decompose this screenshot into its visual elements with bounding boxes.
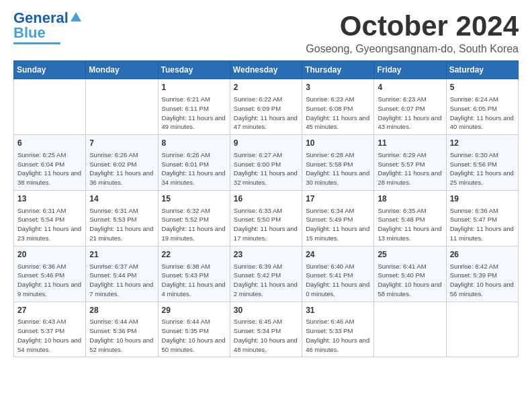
day-number: 19	[450, 193, 515, 205]
calendar-week-4: 20Sunrise: 6:36 AM Sunset: 5:46 PM Dayli…	[14, 246, 519, 302]
day-content: Sunrise: 6:38 AM Sunset: 5:43 PM Dayligh…	[162, 262, 226, 299]
day-number: 15	[162, 193, 226, 205]
day-number: 27	[17, 305, 82, 316]
calendar-cell: 3Sunrise: 6:23 AM Sunset: 6:08 PM Daylig…	[302, 79, 374, 135]
calendar-cell: 21Sunrise: 6:37 AM Sunset: 5:44 PM Dayli…	[86, 246, 158, 302]
day-content: Sunrise: 6:24 AM Sunset: 6:05 PM Dayligh…	[450, 95, 515, 132]
day-number: 24	[306, 249, 370, 261]
day-content: Sunrise: 6:35 AM Sunset: 5:48 PM Dayligh…	[378, 206, 442, 243]
calendar-week-3: 13Sunrise: 6:31 AM Sunset: 5:54 PM Dayli…	[14, 190, 519, 246]
calendar-cell: 5Sunrise: 6:24 AM Sunset: 6:05 PM Daylig…	[446, 79, 518, 135]
day-content: Sunrise: 6:44 AM Sunset: 5:36 PM Dayligh…	[89, 317, 154, 354]
calendar-cell	[14, 79, 86, 135]
day-content: Sunrise: 6:37 AM Sunset: 5:44 PM Dayligh…	[89, 262, 154, 299]
day-content: Sunrise: 6:30 AM Sunset: 5:56 PM Dayligh…	[450, 150, 515, 187]
day-number: 17	[306, 193, 370, 205]
logo-underline	[13, 42, 60, 44]
calendar-cell: 19Sunrise: 6:36 AM Sunset: 5:47 PM Dayli…	[446, 190, 518, 246]
day-content: Sunrise: 6:41 AM Sunset: 5:40 PM Dayligh…	[378, 262, 442, 299]
day-number: 4	[378, 82, 442, 93]
day-number: 22	[162, 249, 226, 261]
day-content: Sunrise: 6:31 AM Sunset: 5:54 PM Dayligh…	[17, 206, 82, 243]
calendar-cell	[446, 302, 518, 357]
calendar-cell: 23Sunrise: 6:39 AM Sunset: 5:42 PM Dayli…	[230, 246, 302, 302]
day-number: 31	[306, 305, 370, 316]
day-number: 9	[234, 138, 298, 149]
calendar-cell: 27Sunrise: 6:43 AM Sunset: 5:37 PM Dayli…	[14, 302, 86, 357]
day-number: 20	[17, 249, 82, 261]
day-content: Sunrise: 6:34 AM Sunset: 5:49 PM Dayligh…	[306, 206, 370, 243]
calendar-table: SundayMondayTuesdayWednesdayThursdayFrid…	[13, 60, 519, 357]
location-subtitle: Goseong, Gyeongsangnam-do, South Korea	[306, 43, 519, 55]
day-content: Sunrise: 6:28 AM Sunset: 5:58 PM Dayligh…	[306, 150, 370, 187]
day-content: Sunrise: 6:40 AM Sunset: 5:41 PM Dayligh…	[306, 262, 370, 299]
day-number: 7	[89, 138, 154, 149]
header-row: SundayMondayTuesdayWednesdayThursdayFrid…	[14, 61, 519, 79]
calendar-cell: 7Sunrise: 6:26 AM Sunset: 6:02 PM Daylig…	[86, 135, 158, 191]
calendar-cell: 12Sunrise: 6:30 AM Sunset: 5:56 PM Dayli…	[446, 135, 518, 191]
day-number: 18	[378, 193, 442, 205]
column-header-friday: Friday	[374, 61, 446, 79]
calendar-cell: 26Sunrise: 6:42 AM Sunset: 5:39 PM Dayli…	[446, 246, 518, 302]
day-number: 2	[234, 82, 298, 93]
day-content: Sunrise: 6:32 AM Sunset: 5:52 PM Dayligh…	[162, 206, 226, 243]
calendar-cell: 2Sunrise: 6:22 AM Sunset: 6:09 PM Daylig…	[230, 79, 302, 135]
column-header-thursday: Thursday	[302, 61, 374, 79]
day-number: 13	[17, 193, 82, 205]
calendar-week-2: 6Sunrise: 6:25 AM Sunset: 6:04 PM Daylig…	[14, 135, 519, 191]
day-content: Sunrise: 6:21 AM Sunset: 6:11 PM Dayligh…	[162, 95, 226, 132]
calendar-cell: 28Sunrise: 6:44 AM Sunset: 5:36 PM Dayli…	[86, 302, 158, 357]
calendar-cell: 8Sunrise: 6:26 AM Sunset: 6:01 PM Daylig…	[158, 135, 230, 191]
day-content: Sunrise: 6:43 AM Sunset: 5:37 PM Dayligh…	[17, 317, 82, 354]
calendar-cell: 25Sunrise: 6:41 AM Sunset: 5:40 PM Dayli…	[374, 246, 446, 302]
day-number: 30	[234, 305, 298, 316]
day-number: 11	[378, 138, 442, 149]
calendar-cell	[374, 302, 446, 357]
logo-text2: Blue	[13, 26, 46, 40]
day-content: Sunrise: 6:46 AM Sunset: 5:33 PM Dayligh…	[306, 317, 370, 354]
day-number: 3	[306, 82, 370, 93]
day-content: Sunrise: 6:27 AM Sunset: 6:00 PM Dayligh…	[234, 150, 298, 187]
svg-marker-0	[71, 12, 81, 21]
title-area: October 2024 Goseong, Gyeongsangnam-do, …	[306, 11, 519, 55]
day-number: 26	[450, 249, 515, 261]
calendar-cell: 22Sunrise: 6:38 AM Sunset: 5:43 PM Dayli…	[158, 246, 230, 302]
calendar-cell: 16Sunrise: 6:33 AM Sunset: 5:50 PM Dayli…	[230, 190, 302, 246]
column-header-sunday: Sunday	[14, 61, 86, 79]
calendar-cell: 18Sunrise: 6:35 AM Sunset: 5:48 PM Dayli…	[374, 190, 446, 246]
day-content: Sunrise: 6:33 AM Sunset: 5:50 PM Dayligh…	[234, 206, 298, 243]
day-content: Sunrise: 6:26 AM Sunset: 6:01 PM Dayligh…	[162, 150, 226, 187]
day-number: 25	[378, 249, 442, 261]
calendar-cell: 13Sunrise: 6:31 AM Sunset: 5:54 PM Dayli…	[14, 190, 86, 246]
day-number: 16	[234, 193, 298, 205]
logo-icon	[70, 11, 82, 23]
day-content: Sunrise: 6:36 AM Sunset: 5:46 PM Dayligh…	[17, 262, 82, 299]
logo-text: General	[13, 11, 69, 26]
day-number: 21	[89, 249, 154, 261]
day-number: 23	[234, 249, 298, 261]
calendar-week-5: 27Sunrise: 6:43 AM Sunset: 5:37 PM Dayli…	[14, 302, 519, 357]
day-number: 1	[162, 82, 226, 93]
calendar-cell: 4Sunrise: 6:23 AM Sunset: 6:07 PM Daylig…	[374, 79, 446, 135]
day-number: 10	[306, 138, 370, 149]
day-content: Sunrise: 6:26 AM Sunset: 6:02 PM Dayligh…	[89, 150, 154, 187]
day-content: Sunrise: 6:25 AM Sunset: 6:04 PM Dayligh…	[17, 150, 82, 187]
page-header: General Blue October 2024 Goseong, Gyeon…	[13, 11, 519, 55]
calendar-cell: 9Sunrise: 6:27 AM Sunset: 6:00 PM Daylig…	[230, 135, 302, 191]
day-number: 12	[450, 138, 515, 149]
day-number: 8	[162, 138, 226, 149]
day-content: Sunrise: 6:39 AM Sunset: 5:42 PM Dayligh…	[234, 262, 298, 299]
day-content: Sunrise: 6:31 AM Sunset: 5:53 PM Dayligh…	[89, 206, 154, 243]
calendar-cell: 31Sunrise: 6:46 AM Sunset: 5:33 PM Dayli…	[302, 302, 374, 357]
column-header-monday: Monday	[86, 61, 158, 79]
calendar-cell: 29Sunrise: 6:44 AM Sunset: 5:35 PM Dayli…	[158, 302, 230, 357]
day-number: 5	[450, 82, 515, 93]
calendar-cell: 6Sunrise: 6:25 AM Sunset: 6:04 PM Daylig…	[14, 135, 86, 191]
column-header-wednesday: Wednesday	[230, 61, 302, 79]
calendar-cell: 15Sunrise: 6:32 AM Sunset: 5:52 PM Dayli…	[158, 190, 230, 246]
calendar-cell	[86, 79, 158, 135]
calendar-cell: 10Sunrise: 6:28 AM Sunset: 5:58 PM Dayli…	[302, 135, 374, 191]
day-content: Sunrise: 6:22 AM Sunset: 6:09 PM Dayligh…	[234, 95, 298, 132]
day-content: Sunrise: 6:29 AM Sunset: 5:57 PM Dayligh…	[378, 150, 442, 187]
day-content: Sunrise: 6:23 AM Sunset: 6:07 PM Dayligh…	[378, 95, 442, 132]
